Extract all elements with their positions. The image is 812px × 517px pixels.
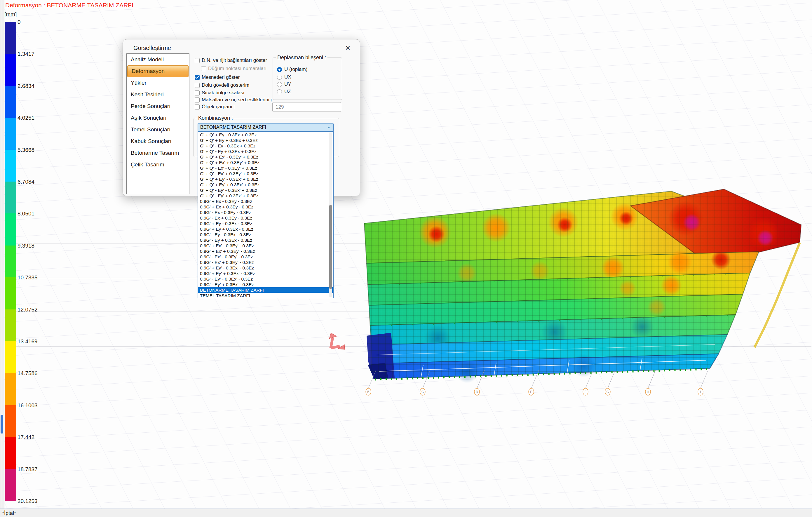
dropdown-option[interactable]: 0.9G' + Ey' + 0.3Ex' - 0.3Ez [198,270,333,276]
legend-value-label: 18.7837 [18,466,38,472]
checkbox-label: Mafsalları ve uç serbestliklerini göst [202,97,272,103]
legend-value-label: 4.0251 [18,115,34,121]
dropdown-option[interactable]: G' + Q' + Ey' - 0.3Ex' + 0.3Ez [198,176,333,182]
svg-text:E: E [530,390,532,394]
dropdown-option[interactable]: G' + Q' - Ey + 0.3Ex + 0.3Ez [198,149,333,154]
legend-value-label: 20.1253 [18,498,38,505]
dropdown-option[interactable]: 0.9G' + Ex' + 0.3Ey' - 0.3Ez [198,249,333,254]
menu-item-perde-sonuçları[interactable]: Perde Sonuçları [127,100,189,112]
checkbox-row[interactable]: Mesnetleri göster [195,75,240,80]
dropdown-option[interactable]: 0.9G' - Ex - 0.3Ey - 0.3Ez [198,210,333,215]
checkbox-row[interactable]: Dolu gövdeli gösterim [195,82,249,88]
radio-row-uz[interactable]: UZ [277,89,291,94]
combination-combobox[interactable]: BETONARME TASARIM ZARFI ⌄ [198,123,334,132]
checkbox-icon[interactable] [201,66,206,71]
svg-text:H: H [647,390,649,394]
app-window: BCDEFGHI Deformasyon : BETONARME TASARIM… [0,0,812,517]
svg-text:C: C [422,390,424,394]
legend-color-band [5,277,16,310]
dropdown-scrollbar[interactable] [329,133,332,297]
displacement-groupbox: Deplasman bileşeni : U (toplam)UXUYUZ [272,58,342,100]
radio-selected-icon[interactable] [277,67,282,72]
menu-item-analiz-modeli[interactable]: Analiz Modeli [127,54,189,65]
dropdown-option[interactable]: G' + Q' - Ey' + 0.3Ex' + 0.3Ez [198,193,333,199]
dropdown-option[interactable]: 0.9G' - Ex' + 0.3Ey' - 0.3Ez [198,260,333,265]
dropdown-option[interactable]: 0.9G' - Ey' + 0.3Ex' - 0.3Ez [198,282,333,287]
left-scrollbar-thumb[interactable] [1,415,3,433]
checkbox-label: D.N. ve rijit bağlantıları göster [202,58,267,63]
checkbox-label: Düğüm noktası numaraları [208,66,266,71]
checkbox-checked-icon[interactable] [195,75,200,80]
status-text: *İptal* [2,510,16,516]
scale-factor-input[interactable]: 129 [272,102,341,112]
dropdown-option[interactable]: G' + Q' - Ey' - 0.3Ex' + 0.3Ez [198,188,333,193]
legend-value-label: 13.4169 [18,338,38,345]
dropdown-option[interactable]: 0.9G' + Ey + 0.3Ex - 0.3Ez [198,226,333,232]
combination-group-label: Kombinasyon : [197,115,234,121]
dropdown-option[interactable]: G' + Q' - Ey - 0.3Ex + 0.3Ez [198,143,333,149]
dropdown-option[interactable]: 0.9G' + Ey - 0.3Ex - 0.3Ez [198,221,333,226]
radio-row-uy[interactable]: UY [277,82,291,87]
menu-item-yükler[interactable]: Yükler [127,77,189,89]
menu-item-aşık-sonuçları[interactable]: Aşık Sonuçları [127,112,189,124]
dropdown-option[interactable]: 0.9G' - Ey - 0.3Ex - 0.3Ez [198,232,333,237]
legend-color-band [5,310,16,342]
close-icon[interactable]: ✕ [343,43,353,53]
checkbox-icon[interactable] [195,58,200,63]
checkbox-icon[interactable] [195,83,200,88]
dropdown-option[interactable]: 0.9G' - Ey + 0.3Ex - 0.3Ez [198,237,333,243]
checkbox-label: Mesnetleri göster [202,75,240,80]
dropdown-option[interactable]: G' + Q' + Ey' + 0.3Ex' + 0.3Ez [198,182,333,188]
legend-color-band [5,22,16,54]
menu-item-deformasyon[interactable]: Deformasyon [127,65,188,77]
dropdown-option[interactable]: G' + Q' + Ey + 0.3Ex + 0.3Ez [198,138,333,143]
dialog-title: Görselleştirme [134,45,171,51]
dialog-menu-list: Analiz ModeliDeformasyonYüklerKesit Tesi… [126,53,190,194]
dropdown-option[interactable]: 0.9G' - Ey' - 0.3Ex' - 0.3Ez [198,276,333,282]
menu-item-temel-sonuçları[interactable]: Temel Sonuçları [127,124,189,136]
dropdown-option[interactable]: 0.9G' + Ey' - 0.3Ex' - 0.3Ez [198,265,333,270]
dropdown-option[interactable]: 0.9G' + Ex' - 0.3Ey' - 0.3Ez [198,243,333,249]
dropdown-option[interactable]: G' + Q' + Ey - 0.3Ex + 0.3Ez [198,132,333,138]
dropdown-option[interactable]: G' + Q' + Ex' - 0.3Ey' + 0.3Ez [198,154,333,160]
radio-icon[interactable] [277,75,282,80]
checkbox-row[interactable]: Sıcak bölge skalası [195,90,244,96]
legend-color-band [5,54,16,86]
dropdown-option[interactable]: 0.9G' - Ex' - 0.3Ey' - 0.3Ez [198,254,333,260]
model-viewport[interactable]: BCDEFGHI [0,0,812,509]
menu-item-kabuk-sonuçları[interactable]: Kabuk Sonuçları [127,136,189,147]
dropdown-option[interactable]: 0.9G' - Ex + 0.3Ey - 0.3Ez [198,215,333,221]
radio-label: UZ [284,89,291,94]
legend-color-band [5,181,16,214]
checkbox-icon[interactable] [195,105,200,110]
radio-icon[interactable] [277,89,282,94]
legend-value-label: 6.7084 [18,179,34,185]
dropdown-option[interactable]: 0.9G' + Ex - 0.3Ey - 0.3Ez [198,199,333,204]
legend-value-label: 8.0501 [18,210,34,217]
menu-item-kesit-tesirleri[interactable]: Kesit Tesirleri [127,89,189,100]
dropdown-option[interactable]: G' + Q' + Ex' + 0.3Ey' + 0.3Ez [198,160,333,165]
legend-value-label: 9.3918 [18,242,34,249]
radio-row-ux[interactable]: UX [277,74,291,80]
menu-item-çelik-tasarım[interactable]: Çelik Tasarım [127,159,189,171]
dropdown-option[interactable]: 0.9G' + Ex + 0.3Ey - 0.3Ez [198,204,333,210]
view-title: Deformasyon : BETONARME TASARIM ZARFI [5,2,134,9]
checkbox-row[interactable]: Ölçek çarpanı : [195,104,235,110]
checkbox-icon[interactable] [195,90,200,95]
menu-item-betonarme-tasarım[interactable]: Betonarme Tasarım [127,147,189,159]
checkbox-row[interactable]: Düğüm noktası numaraları [201,66,266,71]
dropdown-option[interactable]: TEMEL TASARIM ZARFI [198,293,333,298]
checkbox-row[interactable]: D.N. ve rijit bağlantıları göster [195,58,267,63]
radio-icon[interactable] [277,82,282,87]
legend-color-band [5,469,16,501]
dropdown-scrollbar-thumb[interactable] [329,205,332,289]
combination-selected: BETONARME TASARIM ZARFI [200,125,266,130]
dropdown-option[interactable]: BETONARME TASARIM ZARFI [198,287,333,293]
checkbox-icon[interactable] [195,97,200,103]
svg-text:D: D [476,390,478,394]
dropdown-option[interactable]: G' + Q' - Ex' - 0.3Ey' + 0.3Ez [198,165,333,171]
checkbox-row[interactable]: Mafsalları ve uç serbestliklerini göst [195,97,272,103]
radio-row-utoplam[interactable]: U (toplam) [277,66,307,73]
dropdown-option[interactable]: G' + Q' - Ex' + 0.3Ey' + 0.3Ez [198,171,333,176]
legend-value-label: 10.7335 [18,275,38,281]
